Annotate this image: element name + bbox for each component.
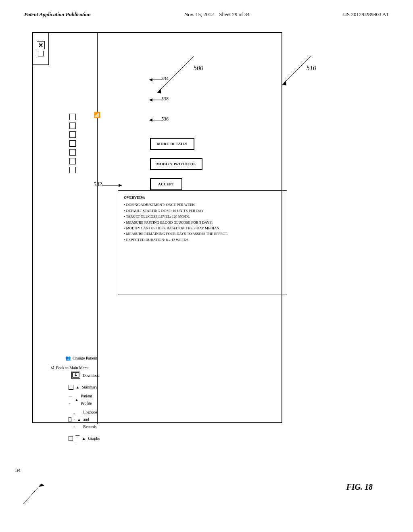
- sq3: [69, 131, 76, 138]
- nav-arrow-logbook: ▲: [77, 416, 81, 423]
- overview-title: OVERVIEW:: [124, 195, 281, 200]
- sq5: [69, 149, 76, 156]
- overview-box: OVERVIEW: • DOSING ADJUSTMENT: ONCE PER …: [118, 190, 287, 295]
- svg-marker-9: [119, 184, 122, 187]
- device-topbar: [33, 33, 49, 65]
- nav-arrow-graphs: ▲: [82, 435, 86, 442]
- ref-510-leader: [282, 52, 319, 89]
- nav-dashes-graphs: ------: [75, 432, 79, 445]
- nav-item-summary[interactable]: ▲ Summary: [69, 384, 100, 391]
- ref-538-leader: [149, 98, 165, 102]
- overview-line-5: • MEASURE REMAINING FOUR DAYS TO ASSESS …: [124, 231, 281, 237]
- fig-label: FIG. 18: [346, 482, 373, 492]
- nav-label-patient: Patient Profile: [81, 393, 100, 407]
- download-label: Download: [83, 373, 100, 378]
- overview-line-2: • TARGET GLUCOSE LEVEL: 120 MG/DL: [124, 214, 281, 219]
- nav-label-logbook: Logbook and Records: [83, 409, 100, 430]
- nav-label-summary: Summary: [82, 384, 98, 391]
- people-icon: 👥: [65, 355, 71, 361]
- nav-arrow-patient: ▲: [75, 397, 79, 403]
- svg-marker-1: [39, 484, 44, 487]
- accept-button[interactable]: ACCEPT: [150, 178, 182, 190]
- ref-532-leader: [102, 183, 126, 191]
- back-to-main-menu[interactable]: ↺ Back to Main Menu: [49, 364, 90, 372]
- svg-marker-13: [149, 98, 152, 102]
- overview-line-6: • EXPECTED DURATION: 8 – 12 WEEKS: [124, 237, 281, 243]
- svg-line-4: [157, 56, 194, 93]
- ref-34-leader: [19, 476, 52, 508]
- svg-line-0: [23, 484, 42, 504]
- header-publication: Patent Application Publication: [24, 11, 91, 18]
- nav-item-logbook[interactable]: --- ▲ Logbook and Records: [69, 409, 100, 430]
- back-icon: ↺: [51, 365, 54, 370]
- nav-checkbox-summary: [69, 385, 73, 390]
- ref-534-leader: [149, 78, 165, 82]
- ref-34: 34: [15, 467, 21, 474]
- sq7: [69, 167, 76, 173]
- ref-532: 532: [94, 181, 102, 188]
- nav-label-graphs: Graphs: [88, 435, 100, 442]
- nav-arrow-summary: ▲: [76, 384, 79, 391]
- left-squares: [69, 114, 76, 173]
- nav-item-graphs[interactable]: ------ ▲ Graphs: [69, 432, 100, 445]
- main-content: MORE DETAILS MODIFY PROTOCOL ACCEPT OVER…: [98, 57, 311, 412]
- change-patient-label: Change Patient: [73, 356, 97, 360]
- header-date-sheet: Nov. 15, 2012 Sheet 29 of 34: [184, 11, 250, 18]
- change-patient-button[interactable]: 👥 Change Patient: [65, 355, 97, 361]
- nav-checkbox-logbook: [69, 417, 71, 422]
- download-button[interactable]: Download: [71, 372, 100, 379]
- back-menu-label: Back to Main Menu: [56, 366, 88, 370]
- overview-line-1: • DEFAULT STARTING DOSE: 10 UNITS PER DA…: [124, 208, 281, 214]
- nav-item-patient-profile[interactable]: ------ ▲ Patient Profile: [69, 393, 100, 407]
- sq4: [69, 140, 76, 147]
- sq1: [69, 114, 76, 120]
- sq6: [69, 158, 76, 164]
- device-sidebar: 📶 ↺ Back to Main Menu 👥 Change Patient: [49, 33, 98, 424]
- header-patent-number: US 2012/0289803 A1: [343, 11, 389, 18]
- nav-dashes-logbook: ---: [74, 410, 75, 430]
- ref-536-leader: [149, 118, 165, 122]
- more-details-button[interactable]: MORE DETAILS: [150, 138, 194, 150]
- modify-protocol-button[interactable]: MODIFY PROTOCOL: [150, 158, 202, 170]
- overview-line-4: • MODIFY LANTUS DOSE BASED ON THE 3-DAY …: [124, 225, 281, 231]
- svg-marker-15: [149, 118, 152, 122]
- overview-line-0: • DOSING ADJUSTMENT: ONCE PER WEEK: [124, 202, 281, 208]
- nav-checkbox-graphs: [69, 436, 73, 441]
- square-icon: [38, 51, 44, 56]
- close-icon[interactable]: [37, 41, 45, 49]
- overview-line-3: • MEASURE FASTING BLOOD GLUCOSE FOR 3 DA…: [124, 220, 281, 225]
- nav-items: ▲ Summary ------ ▲ Patient Profile --- ▲…: [69, 384, 100, 447]
- download-icon: [71, 372, 80, 379]
- svg-line-6: [282, 56, 311, 85]
- svg-marker-11: [149, 78, 152, 81]
- sq2: [69, 123, 76, 129]
- nav-dashes-patient: ------: [69, 393, 73, 406]
